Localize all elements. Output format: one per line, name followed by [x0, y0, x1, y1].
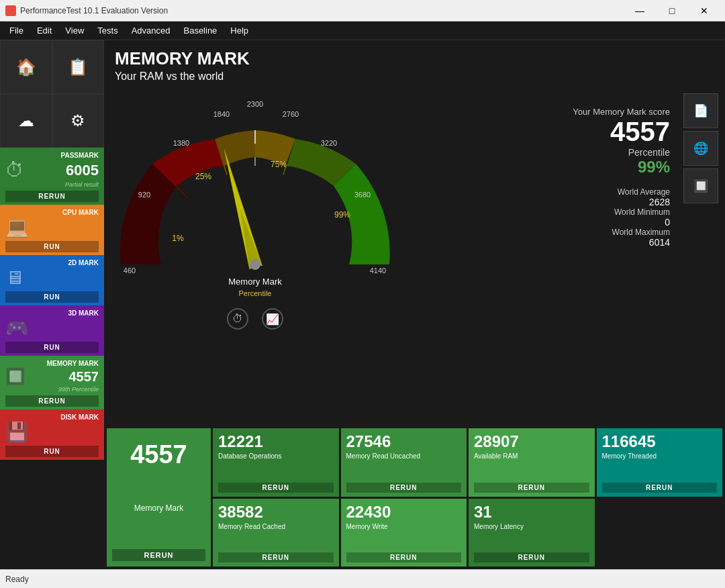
window-controls: — □ ✕: [624, 0, 720, 21]
page-title: MEMORY MARK: [115, 48, 714, 69]
close-button[interactable]: ✕: [689, 0, 720, 21]
content-area: MEMORY MARK Your RAM vs the world: [104, 40, 725, 569]
mem-read-cached-label: Memory Read Cached: [218, 523, 334, 531]
gauge-label-3680: 3680: [354, 191, 371, 199]
mem-latency-score: 31: [474, 503, 589, 522]
sidebar-info-button[interactable]: 📋: [52, 40, 105, 94]
sidebar-home-button[interactable]: 🏠: [0, 40, 52, 94]
2d-run-button[interactable]: RUN: [5, 291, 99, 303]
gauge-bottom-label: Memory Mark: [228, 277, 282, 287]
mem-read-uncached-rerun-button[interactable]: RERUN: [346, 483, 462, 493]
gauge-container: 0 460 920 1380 1840 2300 2760 3220 3680 …: [111, 87, 399, 328]
menu-advanced[interactable]: Advanced: [125, 23, 177, 38]
minimize-button[interactable]: —: [624, 0, 655, 21]
menu-baseline[interactable]: Baseline: [177, 23, 224, 38]
memory-big-rerun-button[interactable]: RERUN: [112, 549, 205, 561]
world-avg-value: 2628: [649, 197, 670, 207]
mem-write-score: 22430: [346, 503, 462, 522]
disk-run-button[interactable]: RUN: [5, 446, 99, 457]
world-avg-label: World Average: [618, 187, 670, 197]
menu-file[interactable]: File: [3, 23, 30, 38]
tiles-grid: 12221 Database Operations RERUN 27546 Me…: [213, 428, 722, 567]
content-header: MEMORY MARK Your RAM vs the world: [104, 40, 725, 87]
gauge-label-2760: 2760: [283, 110, 299, 118]
mem-write-rerun-button[interactable]: RERUN: [346, 552, 462, 562]
mem-latency-label: Memory Latency: [474, 523, 589, 531]
gauge-pct-75: 75%: [271, 160, 287, 169]
memory-sub: 99th Percentile: [5, 386, 99, 393]
tiles-row-1: 12221 Database Operations RERUN 27546 Me…: [213, 428, 722, 497]
tile-database-ops: 12221 Database Operations RERUN: [213, 428, 339, 497]
world-max-value: 6014: [649, 237, 670, 248]
score-value: 4557: [610, 117, 670, 147]
memory-rerun-button[interactable]: RERUN: [5, 395, 99, 407]
menu-view[interactable]: View: [58, 23, 91, 38]
sidebar-cpu[interactable]: CPU MARK 💻 RUN: [0, 205, 104, 255]
sidebar-top-icons: 🏠 📋: [0, 40, 104, 94]
gauge-label-1840: 1840: [213, 110, 230, 118]
3d-run-button[interactable]: RUN: [5, 342, 99, 353]
copy-icon-button[interactable]: 📄: [683, 93, 718, 128]
sidebar-second-icons: ☁ ⚙: [0, 94, 104, 148]
mem-read-uncached-score: 27546: [346, 432, 462, 451]
mem-read-cached-rerun-button[interactable]: RERUN: [218, 552, 334, 562]
gauge-svg: 0 460 920 1380 1840 2300 2760 3220 3680 …: [111, 87, 399, 301]
globe-icon-button[interactable]: 🌐: [683, 131, 718, 166]
gauge-area: 0 460 920 1380 1840 2300 2760 3220 3680 …: [104, 87, 725, 428]
status-text: Ready: [5, 575, 29, 584]
needle-center: [250, 259, 260, 270]
menu-help[interactable]: Help: [224, 23, 255, 38]
world-min-label: World Minimum: [614, 207, 670, 217]
tile-available-ram: 28907 Available RAM RERUN: [469, 428, 595, 497]
sidebar-cloud-button[interactable]: ☁: [0, 94, 52, 148]
cpu-run-button[interactable]: RUN: [5, 241, 99, 252]
menu-edit[interactable]: Edit: [30, 23, 58, 38]
gauge-label-1380: 1380: [173, 139, 189, 147]
memory-score: 4557: [69, 369, 99, 385]
mem-threaded-rerun-button[interactable]: RERUN: [602, 483, 718, 493]
gauge-chart-icon[interactable]: 📈: [262, 308, 283, 330]
maximize-button[interactable]: □: [657, 0, 687, 21]
world-min-value: 0: [665, 217, 670, 228]
cpu-label: CPU MARK: [5, 209, 99, 216]
sidebar-settings-button[interactable]: ⚙: [52, 94, 105, 148]
db-ops-score: 12221: [218, 432, 334, 451]
memory-label: MEMORY MARK: [5, 360, 99, 367]
sidebar-memory[interactable]: MEMORY MARK 🔲 4557 99th Percentile RERUN: [0, 356, 104, 409]
gauge-label-920: 920: [138, 191, 150, 199]
mem-latency-rerun-button[interactable]: RERUN: [474, 552, 589, 562]
mem-threaded-label: Memory Threaded: [602, 452, 718, 460]
percentile-value: 99%: [638, 158, 670, 177]
gauge-label-2300: 2300: [247, 100, 263, 108]
statusbar: Ready: [0, 569, 725, 588]
gauge-timer-icon[interactable]: ⏱: [227, 308, 248, 330]
memory-big-label: Memory Mark: [112, 503, 205, 516]
tile-memory-write: 22430 Memory Write RERUN: [341, 499, 467, 567]
gauge-label-460: 460: [124, 266, 136, 275]
sidebar-3dmark[interactable]: 3D MARK 🎮 RUN: [0, 305, 104, 356]
available-ram-rerun-button[interactable]: RERUN: [474, 483, 589, 493]
2d-label: 2D MARK: [5, 259, 99, 266]
mem-read-cached-score: 38582: [218, 503, 334, 522]
available-ram-label: Available RAM: [474, 452, 589, 460]
tiles-row-2: 38582 Memory Read Cached RERUN 22430 Mem…: [213, 499, 722, 567]
percentile-label: Percentile: [628, 147, 670, 158]
passmark-rerun-button[interactable]: RERUN: [5, 191, 99, 202]
mem-threaded-score: 116645: [602, 432, 718, 451]
db-ops-rerun-button[interactable]: RERUN: [218, 483, 334, 493]
stats-panel: Your Memory Mark score 4557 Percentile 9…: [399, 93, 677, 261]
world-max-label: World Maximum: [612, 228, 670, 237]
gauge-bottom-sub: Percentile: [239, 289, 272, 297]
gauge-label-4140: 4140: [370, 266, 386, 275]
hardware-icon-button[interactable]: 🔲: [683, 168, 718, 203]
menu-tests[interactable]: Tests: [91, 23, 124, 38]
tile-memory-threaded: 116645 Memory Threaded RERUN: [597, 428, 723, 497]
sidebar-2dmark[interactable]: 2D MARK 🖥 RUN: [0, 255, 104, 305]
main-layout: 🏠 📋 ☁ ⚙ PASSMARK ⏱ 6005 Partial result R…: [0, 40, 725, 569]
passmark-label: PASSMARK: [5, 152, 99, 159]
gauge-label-3220: 3220: [321, 139, 337, 147]
disk-label: DISK MARK: [5, 413, 99, 421]
sidebar-passmark[interactable]: PASSMARK ⏱ 6005 Partial result RERUN: [0, 148, 104, 205]
sidebar-disk[interactable]: DISK MARK 💾 RUN: [0, 409, 104, 460]
tile-memory-read-cached: 38582 Memory Read Cached RERUN: [213, 499, 339, 567]
